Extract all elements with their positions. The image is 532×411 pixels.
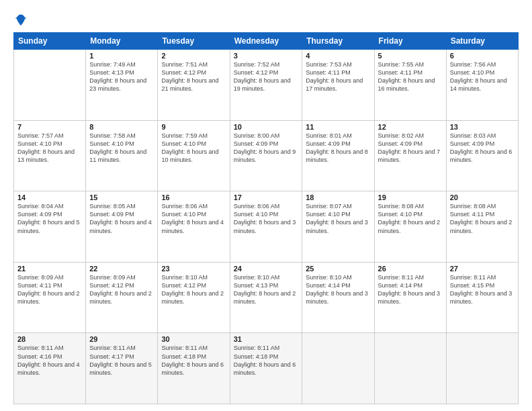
calendar-week-2: 7Sunrise: 7:57 AMSunset: 4:10 PMDaylight…	[14, 120, 519, 191]
cell-content: Sunrise: 8:09 AMSunset: 4:11 PMDaylight:…	[17, 273, 82, 306]
calendar-cell	[14, 50, 86, 121]
day-number: 21	[17, 265, 82, 273]
cell-content: Sunrise: 8:11 AMSunset: 4:15 PMDaylight:…	[450, 273, 515, 306]
day-number: 12	[378, 123, 443, 131]
calendar-cell: 30Sunrise: 8:11 AMSunset: 4:18 PMDayligh…	[158, 333, 230, 404]
cell-content: Sunrise: 7:52 AMSunset: 4:12 PMDaylight:…	[234, 60, 299, 93]
calendar-cell: 21Sunrise: 8:09 AMSunset: 4:11 PMDayligh…	[14, 262, 86, 333]
calendar-cell: 22Sunrise: 8:09 AMSunset: 4:12 PMDayligh…	[86, 262, 158, 333]
day-number: 9	[161, 123, 226, 131]
weekday-header-friday: Friday	[374, 33, 446, 50]
calendar-cell: 20Sunrise: 8:08 AMSunset: 4:11 PMDayligh…	[446, 191, 518, 263]
day-number: 13	[450, 123, 515, 131]
day-number: 22	[89, 265, 154, 273]
cell-content: Sunrise: 7:51 AMSunset: 4:12 PMDaylight:…	[161, 60, 226, 93]
calendar-week-1: 1Sunrise: 7:49 AMSunset: 4:13 PMDaylight…	[14, 50, 519, 121]
calendar-header: SundayMondayTuesdayWednesdayThursdayFrid…	[14, 33, 519, 50]
calendar-cell	[446, 333, 518, 404]
calendar-cell: 14Sunrise: 8:04 AMSunset: 4:09 PMDayligh…	[14, 191, 86, 263]
cell-content: Sunrise: 7:56 AMSunset: 4:10 PMDaylight:…	[450, 60, 515, 93]
day-number: 26	[378, 265, 443, 273]
calendar-cell: 16Sunrise: 8:06 AMSunset: 4:10 PMDayligh…	[158, 191, 230, 263]
weekday-header-saturday: Saturday	[446, 33, 518, 50]
cell-content: Sunrise: 8:11 AMSunset: 4:18 PMDaylight:…	[161, 344, 226, 377]
day-number: 1	[89, 52, 154, 60]
cell-content: Sunrise: 8:11 AMSunset: 4:16 PMDaylight:…	[17, 344, 82, 377]
calendar-week-3: 14Sunrise: 8:04 AMSunset: 4:09 PMDayligh…	[14, 191, 519, 263]
calendar-week-4: 21Sunrise: 8:09 AMSunset: 4:11 PMDayligh…	[14, 262, 519, 333]
cell-content: Sunrise: 7:53 AMSunset: 4:11 PMDaylight:…	[306, 60, 370, 93]
calendar-cell: 8Sunrise: 7:58 AMSunset: 4:10 PMDaylight…	[86, 120, 158, 191]
calendar-week-5: 28Sunrise: 8:11 AMSunset: 4:16 PMDayligh…	[14, 333, 519, 404]
cell-content: Sunrise: 8:00 AMSunset: 4:09 PMDaylight:…	[234, 132, 299, 165]
day-number: 18	[306, 193, 370, 201]
cell-content: Sunrise: 8:05 AMSunset: 4:09 PMDaylight:…	[89, 202, 154, 235]
day-number: 20	[450, 193, 515, 201]
calendar-cell: 2Sunrise: 7:51 AMSunset: 4:12 PMDaylight…	[158, 50, 230, 121]
cell-content: Sunrise: 8:08 AMSunset: 4:11 PMDaylight:…	[450, 202, 515, 235]
cell-content: Sunrise: 8:10 AMSunset: 4:14 PMDaylight:…	[306, 273, 370, 306]
calendar-cell: 5Sunrise: 7:55 AMSunset: 4:11 PMDaylight…	[374, 50, 446, 121]
cell-content: Sunrise: 8:11 AMSunset: 4:17 PMDaylight:…	[89, 344, 154, 377]
cell-content: Sunrise: 8:08 AMSunset: 4:10 PMDaylight:…	[378, 202, 443, 235]
cell-content: Sunrise: 7:58 AMSunset: 4:10 PMDaylight:…	[89, 132, 154, 165]
day-number: 30	[161, 335, 226, 343]
day-number: 31	[234, 335, 299, 343]
cell-content: Sunrise: 8:11 AMSunset: 4:14 PMDaylight:…	[378, 273, 443, 306]
day-number: 24	[234, 265, 299, 273]
calendar-cell: 11Sunrise: 8:01 AMSunset: 4:09 PMDayligh…	[302, 120, 374, 191]
calendar-cell: 26Sunrise: 8:11 AMSunset: 4:14 PMDayligh…	[374, 262, 446, 333]
weekday-header-thursday: Thursday	[302, 33, 374, 50]
calendar-cell: 12Sunrise: 8:02 AMSunset: 4:09 PMDayligh…	[374, 120, 446, 191]
cell-content: Sunrise: 8:06 AMSunset: 4:10 PMDaylight:…	[234, 202, 299, 235]
calendar: SundayMondayTuesdayWednesdayThursdayFrid…	[13, 32, 519, 404]
day-number: 7	[17, 123, 82, 131]
cell-content: Sunrise: 7:49 AMSunset: 4:13 PMDaylight:…	[89, 60, 154, 93]
cell-content: Sunrise: 8:09 AMSunset: 4:12 PMDaylight:…	[89, 273, 154, 306]
weekday-header-tuesday: Tuesday	[158, 33, 230, 50]
day-number: 5	[378, 52, 443, 60]
day-number: 29	[89, 335, 154, 343]
calendar-cell: 13Sunrise: 8:03 AMSunset: 4:09 PMDayligh…	[446, 120, 518, 191]
calendar-cell: 7Sunrise: 7:57 AMSunset: 4:10 PMDaylight…	[14, 120, 86, 191]
weekday-header-wednesday: Wednesday	[230, 33, 302, 50]
calendar-cell: 24Sunrise: 8:10 AMSunset: 4:13 PMDayligh…	[230, 262, 302, 333]
page: SundayMondayTuesdayWednesdayThursdayFrid…	[0, 0, 532, 411]
calendar-cell: 31Sunrise: 8:11 AMSunset: 4:18 PMDayligh…	[230, 333, 302, 404]
calendar-cell: 6Sunrise: 7:56 AMSunset: 4:10 PMDaylight…	[446, 50, 518, 121]
cell-content: Sunrise: 8:11 AMSunset: 4:18 PMDaylight:…	[234, 344, 299, 377]
logo	[13, 12, 27, 26]
day-number: 10	[234, 123, 299, 131]
day-number: 25	[306, 265, 370, 273]
calendar-cell: 28Sunrise: 8:11 AMSunset: 4:16 PMDayligh…	[14, 333, 86, 404]
cell-content: Sunrise: 7:55 AMSunset: 4:11 PMDaylight:…	[378, 60, 443, 93]
header	[13, 12, 519, 26]
day-number: 19	[378, 193, 443, 201]
cell-content: Sunrise: 7:57 AMSunset: 4:10 PMDaylight:…	[17, 132, 82, 165]
calendar-cell: 1Sunrise: 7:49 AMSunset: 4:13 PMDaylight…	[86, 50, 158, 121]
day-number: 3	[234, 52, 299, 60]
weekday-row: SundayMondayTuesdayWednesdayThursdayFrid…	[14, 33, 519, 50]
day-number: 28	[17, 335, 82, 343]
day-number: 16	[161, 193, 226, 201]
calendar-cell: 4Sunrise: 7:53 AMSunset: 4:11 PMDaylight…	[302, 50, 374, 121]
day-number: 11	[306, 123, 370, 131]
calendar-cell: 25Sunrise: 8:10 AMSunset: 4:14 PMDayligh…	[302, 262, 374, 333]
calendar-cell: 19Sunrise: 8:08 AMSunset: 4:10 PMDayligh…	[374, 191, 446, 263]
cell-content: Sunrise: 8:02 AMSunset: 4:09 PMDaylight:…	[378, 132, 443, 165]
cell-content: Sunrise: 8:10 AMSunset: 4:13 PMDaylight:…	[234, 273, 299, 306]
cell-content: Sunrise: 7:59 AMSunset: 4:10 PMDaylight:…	[161, 132, 226, 165]
day-number: 6	[450, 52, 515, 60]
day-number: 27	[450, 265, 515, 273]
cell-content: Sunrise: 8:10 AMSunset: 4:12 PMDaylight:…	[161, 273, 226, 306]
calendar-cell: 17Sunrise: 8:06 AMSunset: 4:10 PMDayligh…	[230, 191, 302, 263]
calendar-cell: 15Sunrise: 8:05 AMSunset: 4:09 PMDayligh…	[86, 191, 158, 263]
cell-content: Sunrise: 8:07 AMSunset: 4:10 PMDaylight:…	[306, 202, 370, 235]
day-number: 15	[89, 193, 154, 201]
calendar-cell	[302, 333, 374, 404]
day-number: 8	[89, 123, 154, 131]
calendar-cell: 3Sunrise: 7:52 AMSunset: 4:12 PMDaylight…	[230, 50, 302, 121]
calendar-cell: 23Sunrise: 8:10 AMSunset: 4:12 PMDayligh…	[158, 262, 230, 333]
cell-content: Sunrise: 8:04 AMSunset: 4:09 PMDaylight:…	[17, 202, 82, 235]
calendar-cell: 27Sunrise: 8:11 AMSunset: 4:15 PMDayligh…	[446, 262, 518, 333]
